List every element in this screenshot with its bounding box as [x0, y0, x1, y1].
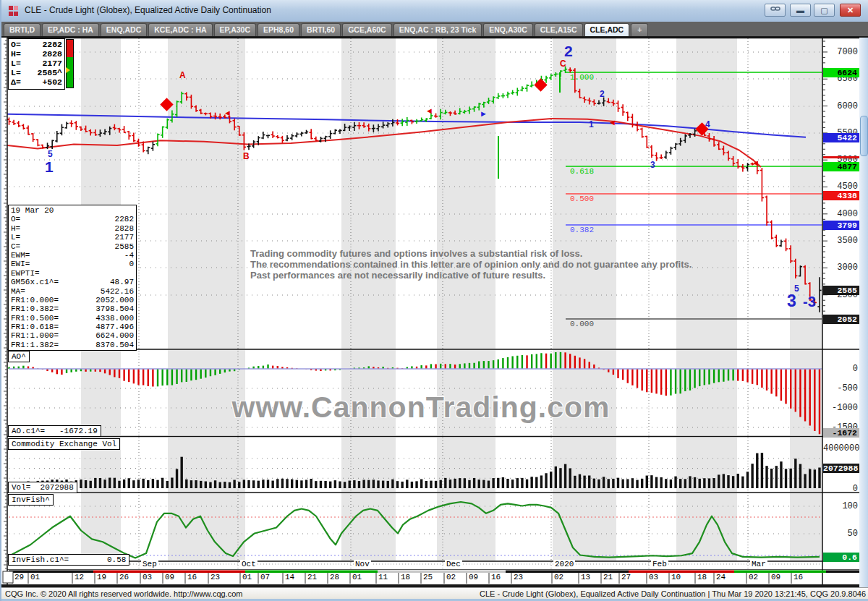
month-label-mar: Mar: [750, 560, 767, 568]
date-label: 25: [423, 573, 433, 581]
date-label: 23: [210, 573, 220, 581]
fib-label-1.000: 1.000: [570, 73, 594, 82]
cqg-window: CLE - Crude Light (Globex), Equalized Ac…: [0, 0, 868, 601]
left-arrow-icon: ◄: [752, 159, 760, 166]
fib-label-0.618: 0.618: [570, 167, 594, 176]
invfish-tick-50: 50: [823, 529, 858, 539]
status-instrument-time: CLE - Crude Light (Globex), Equalized Ac…: [480, 589, 866, 598]
fib-label-0.382: 0.382: [570, 226, 594, 234]
date-label: 21: [307, 573, 317, 581]
price-tick-4000: 4000: [823, 209, 858, 219]
month-label-feb: Feb: [651, 560, 668, 568]
left-arrow-icon: ◄: [608, 119, 616, 126]
price-tick-3500: 3500: [823, 236, 858, 246]
month-label-2020: 2020: [553, 560, 575, 568]
price-badge-4338: 4338: [823, 191, 859, 200]
ao-value-badge: -1672: [823, 428, 859, 438]
date-label: 21: [603, 573, 613, 581]
date-label: 29: [14, 573, 24, 581]
date-label: 09: [165, 573, 174, 581]
price-tick-6000: 6000: [823, 101, 858, 111]
date-label: 18: [697, 573, 707, 581]
date-label: 24: [716, 573, 726, 581]
price-tick-7000: 7000: [823, 47, 858, 57]
wave-label-1: 1: [589, 119, 594, 129]
wave-label-1: 1: [45, 158, 54, 176]
date-label: 18: [401, 573, 410, 581]
status-copyright: CQG Inc. © 2020 All rights reserved worl…: [5, 589, 242, 598]
date-label: 09: [771, 573, 780, 581]
date-label: 12: [75, 573, 84, 581]
wave-label-2: 2: [564, 43, 573, 60]
date-label: 01: [242, 573, 252, 581]
date-label: 16: [187, 573, 197, 581]
price-badge-2052: 2052: [823, 315, 859, 324]
invfish-value-badge: 0.6: [823, 553, 859, 562]
status-bar: CQG Inc. © 2020 All rights reserved worl…: [1, 587, 868, 601]
date-label: 27: [621, 573, 631, 581]
date-label: 10: [671, 573, 681, 581]
date-label: 03: [649, 573, 658, 581]
date-label: 16: [491, 573, 501, 581]
month-label-oct: Oct: [240, 560, 258, 568]
fib-label-0.500: 0.500: [570, 195, 594, 203]
date-label: 01: [30, 573, 40, 581]
month-label-nov: Nov: [354, 560, 371, 568]
date-label: 02: [446, 573, 456, 581]
month-label-dec: Dec: [445, 560, 462, 568]
vol-tick-0: 0: [823, 484, 858, 494]
wave-label-C: C: [560, 59, 566, 69]
date-label: 01: [352, 573, 362, 581]
date-label: 02: [554, 573, 563, 581]
price-tick-3000: 3000: [823, 263, 858, 273]
date-label: 11: [378, 573, 388, 581]
price-badge-4877: 4877: [823, 162, 859, 171]
ao-tick--1000: -1000: [823, 403, 858, 413]
ao-tick--500: -500: [823, 383, 858, 393]
signal-diamond-icon: [160, 98, 173, 111]
price-badge-5422: 5422: [823, 133, 859, 142]
wave-label-B: B: [243, 151, 250, 161]
ao-tick-0: 0: [823, 364, 858, 374]
date-label: 28: [330, 573, 339, 581]
signal-diamond-icon: [534, 78, 547, 91]
date-label: 02: [749, 573, 758, 581]
price-badge-2585: 2585: [823, 286, 859, 295]
date-label: 03: [142, 573, 152, 581]
right-arrow-icon: ►: [480, 110, 488, 117]
wave-label-m3: -3: [803, 294, 816, 310]
vol-tick-4000000: 4000000: [823, 443, 858, 453]
wave-label-2: 2: [600, 89, 605, 99]
wave-label-3: 3: [650, 160, 655, 170]
date-label: 09: [469, 573, 478, 581]
wave-label-3: 3: [787, 291, 796, 311]
red-axis-marker: [823, 156, 859, 158]
date-label: 19: [97, 573, 106, 581]
left-arrow-icon: ◄: [224, 109, 231, 116]
fib-label-0.000: 0.000: [570, 320, 594, 328]
date-label: 07: [260, 573, 270, 581]
left-arrow-icon: ◄: [425, 107, 433, 114]
price-badge-6624: 6624: [823, 68, 859, 77]
date-label: 26: [119, 573, 129, 581]
price-badge-3799: 3799: [823, 221, 859, 230]
date-label: 23: [514, 573, 523, 581]
chart-overlays: 7000650060005500500045004000350030002500…: [1, 0, 868, 601]
date-label: 16: [793, 573, 803, 581]
date-label: 14: [285, 573, 294, 581]
invfish-tick-100: 100: [823, 501, 858, 511]
wave-label-5: 5: [48, 149, 53, 159]
date-label: 13: [581, 573, 590, 581]
vol-value-badge: 2072988: [823, 464, 859, 473]
wave-label-A: A: [179, 70, 186, 80]
month-label-sep: Sep: [141, 560, 158, 568]
